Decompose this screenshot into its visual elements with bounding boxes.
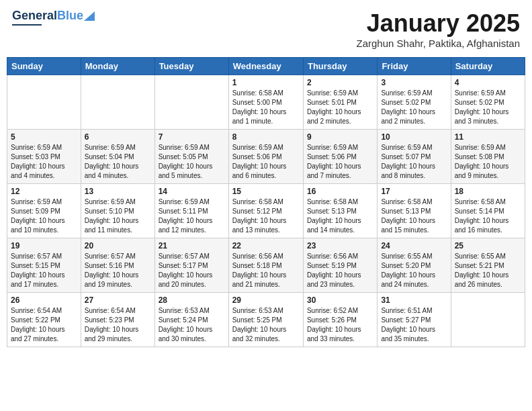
table-row: 10Sunrise: 6:59 AM Sunset: 5:07 PM Dayli… <box>378 130 451 184</box>
day-info: Sunrise: 6:59 AM Sunset: 5:05 PM Dayligh… <box>159 143 225 181</box>
day-info: Sunrise: 6:59 AM Sunset: 5:02 PM Dayligh… <box>381 89 447 126</box>
day-number: 15 <box>232 187 300 196</box>
day-number: 11 <box>455 132 521 142</box>
day-info: Sunrise: 6:59 AM Sunset: 5:03 PM Dayligh… <box>11 143 77 181</box>
day-number: 3 <box>381 78 447 87</box>
table-row: 5Sunrise: 6:59 AM Sunset: 5:03 PM Daylig… <box>7 130 81 184</box>
table-row: 25Sunrise: 6:55 AM Sunset: 5:21 PM Dayli… <box>451 238 525 293</box>
day-number: 20 <box>85 241 151 250</box>
day-number: 5 <box>11 132 77 142</box>
calendar-week-row: 5Sunrise: 6:59 AM Sunset: 5:03 PM Daylig… <box>7 130 525 184</box>
table-row: 9Sunrise: 6:59 AM Sunset: 5:06 PM Daylig… <box>303 130 377 184</box>
day-info: Sunrise: 6:51 AM Sunset: 5:27 PM Dayligh… <box>381 306 447 344</box>
table-row: 21Sunrise: 6:57 AM Sunset: 5:17 PM Dayli… <box>154 238 228 293</box>
table-row: 15Sunrise: 6:58 AM Sunset: 5:12 PM Dayli… <box>228 184 303 238</box>
day-number: 27 <box>85 295 151 305</box>
table-row <box>451 293 525 347</box>
day-info: Sunrise: 6:59 AM Sunset: 5:08 PM Dayligh… <box>455 143 521 181</box>
header-saturday: Saturday <box>451 58 525 75</box>
table-row <box>81 75 154 130</box>
table-row: 2Sunrise: 6:59 AM Sunset: 5:01 PM Daylig… <box>303 75 377 130</box>
table-row: 17Sunrise: 6:58 AM Sunset: 5:13 PM Dayli… <box>378 184 451 238</box>
day-number: 24 <box>381 241 447 250</box>
day-info: Sunrise: 6:57 AM Sunset: 5:16 PM Dayligh… <box>85 252 151 289</box>
day-number: 30 <box>307 295 373 305</box>
table-row: 3Sunrise: 6:59 AM Sunset: 5:02 PM Daylig… <box>378 75 451 130</box>
day-info: Sunrise: 6:59 AM Sunset: 5:01 PM Dayligh… <box>307 89 373 126</box>
day-info: Sunrise: 6:54 AM Sunset: 5:22 PM Dayligh… <box>11 306 77 344</box>
day-info: Sunrise: 6:53 AM Sunset: 5:25 PM Dayligh… <box>232 306 300 344</box>
day-info: Sunrise: 6:58 AM Sunset: 5:12 PM Dayligh… <box>232 197 300 235</box>
day-number: 28 <box>159 295 225 305</box>
day-number: 22 <box>232 241 300 250</box>
table-row: 16Sunrise: 6:58 AM Sunset: 5:13 PM Dayli… <box>303 184 377 238</box>
day-info: Sunrise: 6:58 AM Sunset: 5:13 PM Dayligh… <box>307 197 373 235</box>
calendar-week-row: 26Sunrise: 6:54 AM Sunset: 5:22 PM Dayli… <box>7 293 525 347</box>
calendar-location: Zarghun Shahr, Paktika, Afghanistan <box>357 38 521 49</box>
day-info: Sunrise: 6:58 AM Sunset: 5:14 PM Dayligh… <box>455 197 521 235</box>
day-number: 12 <box>11 187 77 196</box>
table-row: 23Sunrise: 6:56 AM Sunset: 5:19 PM Dayli… <box>303 238 377 293</box>
day-number: 16 <box>307 187 373 196</box>
header-sunday: Sunday <box>7 58 81 75</box>
header-monday: Monday <box>81 58 154 75</box>
logo-icon <box>84 9 95 21</box>
day-info: Sunrise: 6:54 AM Sunset: 5:23 PM Dayligh… <box>85 306 151 344</box>
day-number: 19 <box>11 241 77 250</box>
day-info: Sunrise: 6:58 AM Sunset: 5:13 PM Dayligh… <box>381 197 447 235</box>
table-row: 28Sunrise: 6:53 AM Sunset: 5:24 PM Dayli… <box>154 293 228 347</box>
day-info: Sunrise: 6:57 AM Sunset: 5:15 PM Dayligh… <box>11 252 77 289</box>
table-row: 20Sunrise: 6:57 AM Sunset: 5:16 PM Dayli… <box>81 238 154 293</box>
day-info: Sunrise: 6:59 AM Sunset: 5:11 PM Dayligh… <box>159 197 225 235</box>
day-number: 8 <box>232 132 300 142</box>
day-number: 7 <box>159 132 225 142</box>
logo-line <box>12 24 42 26</box>
day-info: Sunrise: 6:59 AM Sunset: 5:09 PM Dayligh… <box>11 197 77 235</box>
day-info: Sunrise: 6:53 AM Sunset: 5:24 PM Dayligh… <box>159 306 225 344</box>
day-info: Sunrise: 6:59 AM Sunset: 5:02 PM Dayligh… <box>455 89 521 126</box>
day-number: 6 <box>85 132 151 142</box>
calendar-week-row: 19Sunrise: 6:57 AM Sunset: 5:15 PM Dayli… <box>7 238 525 293</box>
day-number: 25 <box>455 241 521 250</box>
day-number: 26 <box>11 295 77 305</box>
day-info: Sunrise: 6:52 AM Sunset: 5:26 PM Dayligh… <box>307 306 373 344</box>
calendar-table: Sunday Monday Tuesday Wednesday Thursday… <box>7 57 525 347</box>
day-number: 21 <box>159 241 225 250</box>
day-info: Sunrise: 6:55 AM Sunset: 5:20 PM Dayligh… <box>381 252 447 289</box>
table-row: 4Sunrise: 6:59 AM Sunset: 5:02 PM Daylig… <box>451 75 525 130</box>
svg-marker-0 <box>84 11 95 21</box>
day-info: Sunrise: 6:59 AM Sunset: 5:04 PM Dayligh… <box>85 143 151 181</box>
calendar-week-row: 1Sunrise: 6:58 AM Sunset: 5:00 PM Daylig… <box>7 75 525 130</box>
table-row: 18Sunrise: 6:58 AM Sunset: 5:14 PM Dayli… <box>451 184 525 238</box>
day-info: Sunrise: 6:59 AM Sunset: 5:06 PM Dayligh… <box>232 143 300 181</box>
day-number: 10 <box>381 132 447 142</box>
day-number: 1 <box>232 78 300 87</box>
day-info: Sunrise: 6:59 AM Sunset: 5:07 PM Dayligh… <box>381 143 447 181</box>
table-row: 11Sunrise: 6:59 AM Sunset: 5:08 PM Dayli… <box>451 130 525 184</box>
day-info: Sunrise: 6:56 AM Sunset: 5:18 PM Dayligh… <box>232 252 300 289</box>
table-row <box>154 75 228 130</box>
table-row: 7Sunrise: 6:59 AM Sunset: 5:05 PM Daylig… <box>154 130 228 184</box>
weekday-header-row: Sunday Monday Tuesday Wednesday Thursday… <box>7 58 525 75</box>
table-row: 6Sunrise: 6:59 AM Sunset: 5:04 PM Daylig… <box>81 130 154 184</box>
day-info: Sunrise: 6:57 AM Sunset: 5:17 PM Dayligh… <box>159 252 225 289</box>
table-row: 14Sunrise: 6:59 AM Sunset: 5:11 PM Dayli… <box>154 184 228 238</box>
day-number: 23 <box>307 241 373 250</box>
day-info: Sunrise: 6:59 AM Sunset: 5:06 PM Dayligh… <box>307 143 373 181</box>
logo: GeneralBlue <box>12 9 95 26</box>
logo-text: GeneralBlue <box>12 9 83 23</box>
calendar-title: January 2025 <box>357 9 521 38</box>
title-block: January 2025 Zarghun Shahr, Paktika, Afg… <box>357 9 521 49</box>
day-info: Sunrise: 6:59 AM Sunset: 5:10 PM Dayligh… <box>85 197 151 235</box>
day-number: 18 <box>455 187 521 196</box>
table-row: 1Sunrise: 6:58 AM Sunset: 5:00 PM Daylig… <box>228 75 303 130</box>
day-number: 13 <box>85 187 151 196</box>
day-info: Sunrise: 6:58 AM Sunset: 5:00 PM Dayligh… <box>232 89 300 126</box>
day-number: 17 <box>381 187 447 196</box>
table-row: 8Sunrise: 6:59 AM Sunset: 5:06 PM Daylig… <box>228 130 303 184</box>
day-number: 2 <box>307 78 373 87</box>
table-row: 27Sunrise: 6:54 AM Sunset: 5:23 PM Dayli… <box>81 293 154 347</box>
table-row: 12Sunrise: 6:59 AM Sunset: 5:09 PM Dayli… <box>7 184 81 238</box>
page-header: GeneralBlue January 2025 Zarghun Shahr, … <box>7 7 525 52</box>
day-number: 14 <box>159 187 225 196</box>
